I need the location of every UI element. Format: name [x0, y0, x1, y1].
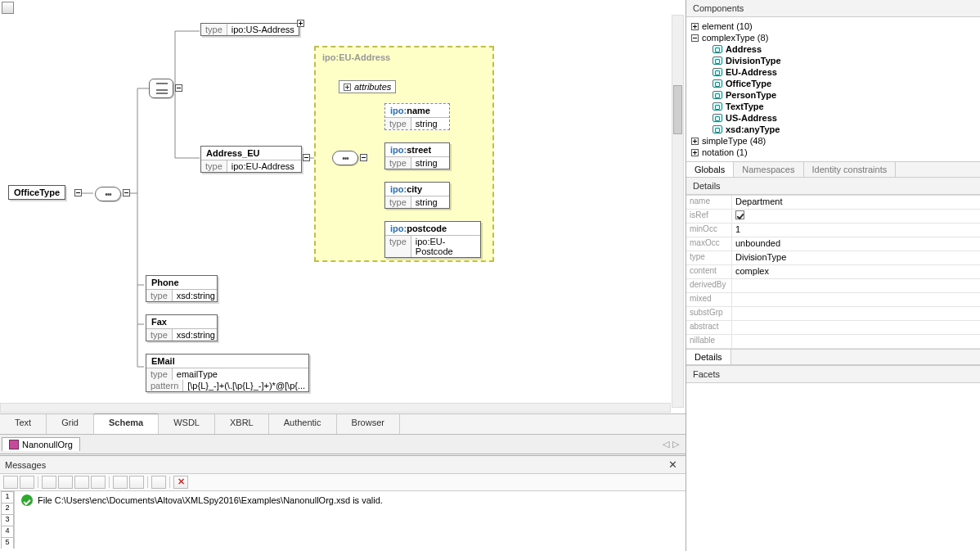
schema-diagram-area[interactable]: OfficeType typeipo:US-Address Address_EU… — [0, 0, 686, 413]
choice-compositor[interactable] — [149, 79, 173, 98]
msg-tool-4[interactable] — [58, 476, 73, 489]
sequence-compositor-2[interactable] — [332, 151, 358, 165]
msg-tab-4[interactable]: 4 — [1, 526, 14, 537]
components-tabs: GlobalsNamespacesIdentity constraints — [686, 161, 980, 178]
view-tab-grid[interactable]: Grid — [47, 414, 94, 434]
view-tab-wsdl[interactable]: WSDL — [159, 414, 215, 434]
msg-tab-3[interactable]: 3 — [1, 514, 14, 526]
detail-row-isRef[interactable]: isRef — [686, 210, 980, 224]
msg-tool-5[interactable] — [74, 476, 89, 489]
node-ipo-city[interactable]: ipo:city typestring — [384, 182, 450, 209]
tree-notation[interactable]: notation (1) — [691, 147, 975, 158]
components-title: Components — [686, 0, 980, 17]
msg-tool-6[interactable] — [91, 476, 106, 489]
msg-tool-3[interactable] — [42, 476, 56, 489]
msg-tab-2[interactable]: 2 — [1, 503, 14, 514]
tree-type-divisiontype[interactable]: DivisionType — [713, 55, 975, 66]
messages-title: Messages — [5, 460, 46, 470]
validation-text: File C:\Users\enc\Documents\Altova\XMLSp… — [38, 495, 383, 505]
node-fax[interactable]: Fax typexsd:string — [146, 314, 218, 341]
node-us-address[interactable]: typeipo:US-Address — [200, 23, 299, 36]
corner-icon — [2, 2, 14, 14]
tree-type-officetype[interactable]: OfficeType — [713, 78, 975, 89]
detail-row-nillable[interactable]: nillable — [686, 335, 980, 349]
detail-row-content[interactable]: contentcomplex — [686, 265, 980, 279]
components-tree[interactable]: element (10)complexType (8)AddressDivisi… — [686, 17, 980, 161]
file-tab-nanonull[interactable]: NanonullOrg — [2, 437, 80, 451]
msg-tool-7[interactable] — [113, 476, 128, 489]
expand-choice[interactable] — [175, 84, 182, 92]
msg-tool-2[interactable] — [20, 476, 34, 489]
expand-officetype[interactable] — [74, 189, 82, 196]
node-email[interactable]: EMail typeemailType pattern[\p{L}_-]+(\.… — [146, 354, 309, 392]
node-address-eu[interactable]: Address_EU typeipo:EU-Address — [200, 146, 302, 173]
checkbox-icon[interactable] — [735, 210, 744, 219]
tree-type-texttype[interactable]: TextType — [713, 101, 975, 112]
node-ipo-postcode[interactable]: ipo:postcode typeipo:EU-Postcode — [384, 221, 481, 258]
facets-title: Facets — [686, 366, 980, 383]
tree-complextype[interactable]: complexType (8) — [691, 32, 975, 43]
msg-tool-8[interactable] — [129, 476, 144, 489]
tree-type-persontype[interactable]: PersonType — [713, 89, 975, 101]
sequence-compositor-1[interactable] — [95, 187, 121, 201]
node-officetype-label: OfficeType — [14, 187, 60, 197]
expand-seq1[interactable] — [123, 189, 130, 196]
detail-row-mixed[interactable]: mixed — [686, 293, 980, 307]
check-ok-icon — [21, 495, 33, 506]
detail-row-type[interactable]: typeDivisionType — [686, 251, 980, 265]
details-grid[interactable]: nameDepartmentisRefminOcc1maxOccunbounde… — [686, 195, 980, 349]
tab-nav-next-icon[interactable]: ▷ — [672, 439, 679, 449]
comp-tab-namespaces[interactable]: Namespaces — [734, 162, 803, 177]
right-panel: Components element (10)complexType (8)Ad… — [686, 0, 980, 551]
detail-row-substGrp[interactable]: substGrp — [686, 307, 980, 321]
detail-row-maxOcc[interactable]: maxOccunbounded — [686, 237, 980, 251]
attributes-box[interactable]: attributes — [339, 80, 396, 93]
file-tabs: NanonullOrg ◁ ▷ — [0, 435, 686, 454]
tree-type-eu-address[interactable]: EU-Address — [713, 66, 975, 78]
comp-tab-identity-constraints[interactable]: Identity constraints — [804, 162, 897, 177]
expand-address-eu[interactable] — [303, 154, 310, 161]
tree-type-address[interactable]: Address — [713, 43, 975, 55]
close-icon[interactable]: ✕ — [665, 458, 681, 471]
node-address-eu-title: Address_EU — [201, 147, 301, 160]
node-ipo-street[interactable]: ipo:street typestring — [384, 142, 450, 169]
detail-row-minOcc[interactable]: minOcc1 — [686, 224, 980, 237]
view-tab-browser[interactable]: Browser — [337, 414, 400, 434]
tab-nav-prev-icon[interactable]: ◁ — [663, 439, 669, 449]
msg-tool-clear[interactable]: ✕ — [173, 476, 188, 489]
messages-panel: Messages ✕ ✕ 12345 File C:\Users\enc\Doc… — [0, 455, 686, 551]
details-tab[interactable]: Details — [686, 350, 731, 364]
tree-element[interactable]: element (10) — [691, 20, 975, 32]
view-tab-schema[interactable]: Schema — [94, 413, 159, 434]
detail-row-derivedBy[interactable]: derivedBy — [686, 279, 980, 293]
xsd-file-icon — [9, 440, 19, 449]
msg-tool-9[interactable] — [151, 476, 166, 489]
validation-message[interactable]: File C:\Users\enc\Documents\Altova\XMLSp… — [21, 495, 383, 506]
view-tab-text[interactable]: Text — [0, 414, 47, 434]
facets-panel: Facets — [686, 365, 980, 551]
details-panel: Details nameDepartmentisRefminOcc1maxOcc… — [686, 178, 980, 365]
detail-row-abstract[interactable]: abstract — [686, 321, 980, 335]
view-tab-authentic[interactable]: Authentic — [269, 414, 337, 434]
tree-type-us-address[interactable]: US-Address — [713, 112, 975, 124]
node-officetype[interactable]: OfficeType — [8, 185, 65, 200]
detail-row-name[interactable]: nameDepartment — [686, 196, 980, 210]
msg-tab-5[interactable]: 5 — [1, 537, 14, 549]
file-tab-label: NanonullOrg — [22, 440, 73, 449]
expand-seq2[interactable] — [360, 154, 367, 161]
node-ipo-name[interactable]: ipo:name typestring — [384, 103, 450, 130]
tree-type-xsd-anytype[interactable]: xsd:anyType — [713, 124, 975, 135]
view-tabs: TextGridSchemaWSDLXBRLAuthenticBrowser — [0, 413, 686, 435]
components-panel: Components element (10)complexType (8)Ad… — [686, 0, 980, 178]
type-val: ipo:US-Address — [227, 24, 299, 35]
msg-tab-1[interactable]: 1 — [1, 491, 14, 503]
type-key: type — [201, 24, 227, 35]
tree-simpletype[interactable]: simpleType (48) — [691, 135, 975, 147]
node-phone[interactable]: Phone typexsd:string — [146, 275, 218, 302]
comp-tab-globals[interactable]: Globals — [686, 162, 734, 177]
messages-side-tabs: 12345 — [0, 491, 15, 549]
msg-tool-1[interactable] — [3, 476, 18, 489]
expand-us-address[interactable] — [297, 20, 304, 27]
attributes-label: attributes — [354, 82, 391, 92]
view-tab-xbrl[interactable]: XBRL — [215, 414, 269, 434]
